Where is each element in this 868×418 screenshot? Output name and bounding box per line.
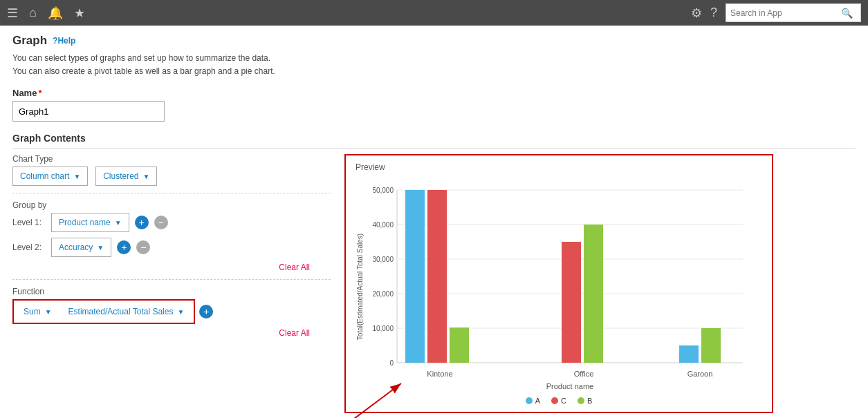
legend-dot-a (526, 397, 533, 404)
page: Graph ?Help You can select types of grap… (0, 26, 868, 418)
topbar-right: ⚙ ? 🔍 (691, 3, 861, 22)
gear-icon[interactable]: ⚙ (691, 6, 702, 21)
function-row: Sum ▼ Estimated/Actual Total Sales ▼ + (12, 299, 331, 324)
search-icon[interactable]: 🔍 (841, 8, 853, 19)
level2-caret: ▼ (97, 244, 104, 251)
legend-item-c: C (551, 397, 566, 405)
level1-remove-button[interactable]: − (154, 216, 168, 229)
svg-text:Product name: Product name (546, 382, 593, 390)
group-by-clear-all[interactable]: Clear All (12, 263, 310, 272)
level1-label: Level 1: (12, 218, 46, 227)
level1-caret: ▼ (115, 219, 122, 227)
level2-value: Accuracy (59, 243, 93, 252)
graph-name-input[interactable] (12, 101, 165, 122)
bar-office-b (584, 225, 603, 363)
graph-contents-title: Graph Contents (12, 133, 856, 149)
level1-row: Level 1: Product name ▼ + − (12, 213, 331, 232)
level2-label: Level 2: (12, 243, 46, 252)
bar-garoon-a (679, 345, 699, 363)
bar-kintone-a (405, 190, 425, 363)
function-label: Function (12, 287, 331, 296)
chart-subtype-dropdown[interactable]: Clustered ▼ (95, 167, 157, 186)
svg-text:Garoon: Garoon (687, 370, 713, 378)
svg-text:40,000: 40,000 (372, 221, 394, 229)
legend-item-b: B (578, 397, 592, 405)
level2-dropdown[interactable]: Accuracy ▼ (51, 238, 111, 257)
legend-item-a: A (526, 397, 540, 405)
topbar: ☰ ⌂ 🔔 ★ ⚙ ? 🔍 (0, 0, 868, 26)
function-clear-all[interactable]: Clear All (12, 328, 310, 338)
chart-container: Total(Estimated/Actual Total Sales) 50,0… (355, 176, 762, 392)
page-title: Graph ?Help (12, 34, 856, 48)
description-line2: You can also create a pivot table as wel… (12, 65, 856, 78)
page-title-text: Graph (12, 34, 47, 48)
config-panel: Chart Type Column chart ▼ Clustered ▼ Gr… (12, 154, 331, 338)
chart-subtype-caret: ▼ (142, 173, 149, 180)
function-value: Sum (24, 307, 41, 316)
level1-value: Product name (59, 218, 111, 227)
level2-row: Level 2: Accuracy ▼ + − (12, 238, 331, 257)
bar-kintone-c (427, 190, 447, 363)
function-dropdown[interactable]: Sum ▼ (17, 302, 59, 321)
legend-label-c: C (561, 397, 566, 405)
help-link[interactable]: ?Help (53, 36, 75, 46)
function-highlight-box: Sum ▼ Estimated/Actual Total Sales ▼ (12, 299, 195, 324)
svg-text:30,000: 30,000 (372, 256, 394, 263)
description-line1: You can select types of graphs and set u… (12, 52, 856, 65)
level1-add-button[interactable]: + (135, 216, 149, 229)
svg-text:Office: Office (574, 370, 594, 378)
group-by-section: Group by Level 1: Product name ▼ + − Lev… (12, 193, 331, 272)
main-content: Chart Type Column chart ▼ Clustered ▼ Gr… (12, 154, 856, 413)
search-box: 🔍 (726, 3, 861, 22)
svg-text:50,000: 50,000 (372, 187, 394, 194)
chart-type-row: Chart Type Column chart ▼ Clustered ▼ (12, 154, 331, 186)
chart-type-label: Chart Type (12, 154, 331, 164)
required-star: * (38, 88, 41, 98)
group-by-label: Group by (12, 200, 331, 210)
svg-text:Kintone: Kintone (427, 370, 452, 378)
name-label: Name* (12, 88, 856, 98)
star-icon[interactable]: ★ (74, 6, 85, 21)
search-input[interactable] (730, 8, 841, 18)
level1-dropdown[interactable]: Product name ▼ (51, 213, 129, 232)
bell-icon[interactable]: 🔔 (48, 6, 63, 21)
legend-dot-c (551, 397, 558, 404)
bar-office-c (562, 242, 581, 363)
function-field-value: Estimated/Actual Total Sales (68, 307, 174, 316)
chart-type-value: Column chart (20, 171, 69, 181)
chart-legend: A C B (355, 397, 762, 405)
bar-garoon-b (701, 328, 721, 363)
chart-svg: Total(Estimated/Actual Total Sales) 50,0… (355, 176, 757, 390)
preview-panel: Preview Total(Estimated/Actual Total Sal… (344, 154, 773, 413)
svg-text:0: 0 (389, 359, 394, 367)
bar-kintone-b (450, 327, 469, 363)
home-icon[interactable]: ⌂ (29, 6, 37, 20)
function-caret: ▼ (45, 308, 52, 316)
chart-type-dropdown[interactable]: Column chart ▼ (12, 167, 88, 186)
function-field-dropdown[interactable]: Estimated/Actual Total Sales ▼ (62, 302, 192, 321)
menu-icon[interactable]: ☰ (7, 6, 18, 21)
page-description: You can select types of graphs and set u… (12, 52, 856, 78)
question-icon[interactable]: ? (710, 6, 717, 20)
legend-label-a: A (535, 397, 540, 405)
svg-text:20,000: 20,000 (372, 290, 394, 298)
legend-dot-b (578, 397, 584, 404)
svg-text:10,000: 10,000 (372, 325, 394, 332)
legend-label-b: B (587, 397, 592, 405)
function-section: Function Sum ▼ Estimated/Actual Total Sa… (12, 279, 331, 338)
level2-add-button[interactable]: + (117, 240, 131, 254)
function-add-button[interactable]: + (199, 305, 213, 319)
chart-subtype-value: Clustered (103, 171, 138, 181)
preview-label: Preview (355, 162, 762, 172)
function-field-caret: ▼ (177, 308, 184, 316)
svg-text:Total(Estimated/Actual Total S: Total(Estimated/Actual Total Sales) (356, 234, 364, 340)
level2-remove-button[interactable]: − (136, 240, 150, 254)
chart-type-caret: ▼ (73, 173, 80, 180)
